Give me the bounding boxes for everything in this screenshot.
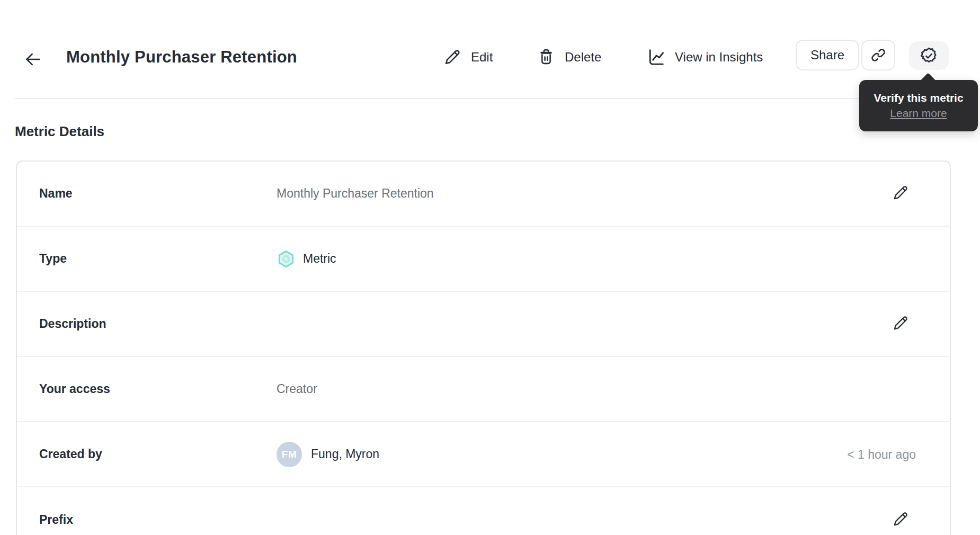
row-name-value: Monthly Purchaser Retention xyxy=(277,186,434,201)
link-icon xyxy=(869,46,887,64)
back-button[interactable] xyxy=(22,49,43,70)
pencil-icon xyxy=(892,510,910,528)
row-your-access-label: Your access xyxy=(39,382,277,396)
avatar: FM xyxy=(277,442,302,467)
back-arrow-icon xyxy=(23,49,43,69)
delete-button[interactable]: Delete xyxy=(537,44,601,70)
view-in-insights-label: View in Insights xyxy=(675,50,763,65)
metric-details-card: Name Monthly Purchaser Retention Type xyxy=(16,160,951,535)
row-your-access: Your access Creator xyxy=(17,357,950,422)
row-your-access-value: Creator xyxy=(277,382,317,396)
tooltip-title: Verify this metric xyxy=(874,92,963,104)
created-timestamp: < 1 hour ago xyxy=(847,447,916,461)
pencil-icon xyxy=(892,184,910,202)
row-description-label: Description xyxy=(39,317,277,331)
tooltip-arrow xyxy=(920,73,936,89)
page-title: Monthly Purchaser Retention xyxy=(66,48,297,67)
edit-prefix-button[interactable] xyxy=(892,510,910,530)
verify-metric-tooltip: Verify this metric Learn more xyxy=(859,80,978,131)
row-prefix: Prefix xyxy=(17,487,950,535)
row-created-by-value: Fung, Myron xyxy=(311,447,379,461)
header-divider xyxy=(15,98,965,99)
row-type: Type Metric xyxy=(17,227,950,292)
row-name-label: Name xyxy=(39,186,277,201)
verified-badge-icon xyxy=(919,46,939,66)
row-prefix-label: Prefix xyxy=(39,513,277,527)
share-button[interactable]: Share xyxy=(796,40,859,70)
trash-icon xyxy=(537,48,556,67)
row-description: Description xyxy=(17,292,950,357)
pencil-icon xyxy=(443,48,462,67)
line-chart-icon xyxy=(646,47,666,67)
section-heading: Metric Details xyxy=(15,123,104,140)
metric-hexagon-icon xyxy=(277,249,296,269)
edit-name-button[interactable] xyxy=(892,184,910,204)
verify-metric-button[interactable] xyxy=(909,41,949,70)
delete-button-label: Delete xyxy=(565,50,601,65)
copy-link-button[interactable] xyxy=(861,40,895,70)
row-created-by-label: Created by xyxy=(39,447,277,461)
row-type-label: Type xyxy=(39,252,277,266)
edit-description-button[interactable] xyxy=(892,314,910,334)
edit-button-label: Edit xyxy=(471,50,493,65)
view-in-insights-button[interactable]: View in Insights xyxy=(646,44,763,70)
share-button-label: Share xyxy=(810,48,844,63)
pencil-icon xyxy=(892,314,910,332)
row-type-value: Metric xyxy=(303,252,336,266)
row-name: Name Monthly Purchaser Retention xyxy=(17,162,950,227)
row-created-by: Created by FM Fung, Myron < 1 hour ago xyxy=(17,422,950,487)
tooltip-learn-more-link[interactable]: Learn more xyxy=(890,107,947,120)
edit-button[interactable]: Edit xyxy=(443,44,493,70)
metric-details-page: Monthly Purchaser Retention Edit Delete xyxy=(0,0,980,535)
